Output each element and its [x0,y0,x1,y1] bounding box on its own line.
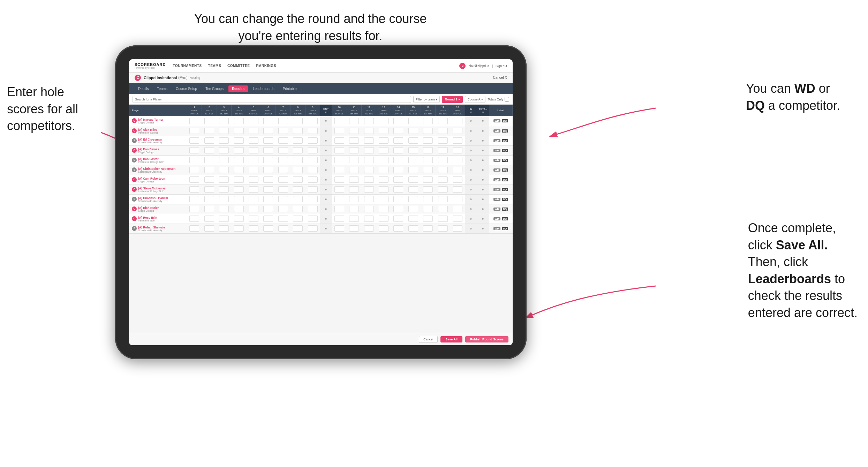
score-input-hole-4[interactable] [234,147,244,153]
tab-details[interactable]: Details [135,85,152,92]
score-input-hole-1[interactable] [189,206,199,212]
wd-button[interactable]: WD [493,227,500,230]
publish-button[interactable]: Publish Round Scores [465,336,508,342]
search-input[interactable] [133,96,411,103]
score-input-hole-3[interactable] [219,196,229,202]
score-input-hole-9[interactable] [308,157,318,163]
score-input-hole-8[interactable] [293,206,303,212]
wd-button[interactable]: WD [493,168,500,172]
score-input-hole-4[interactable] [234,216,244,222]
score-input-hole-16[interactable] [423,118,433,124]
score-input-hole-5[interactable] [249,206,258,212]
score-input-hole-4[interactable] [234,176,244,183]
score-input-hole-3[interactable] [219,216,229,222]
score-input-hole-11[interactable] [349,128,359,134]
tab-leaderboards[interactable]: Leaderboards [249,85,278,92]
score-input-hole-10[interactable] [334,196,344,202]
score-input-hole-6[interactable] [263,128,273,134]
score-input-hole-17[interactable] [438,118,448,124]
score-input-hole-7[interactable] [278,196,288,202]
score-input-hole-3[interactable] [219,176,229,183]
dq-button[interactable]: DQ [502,168,508,172]
score-input-hole-17[interactable] [438,137,448,144]
wd-button[interactable]: WD [493,139,500,142]
score-input-hole-18[interactable] [453,216,462,222]
score-input-hole-3[interactable] [219,167,229,173]
score-input-hole-10[interactable] [334,137,344,144]
score-input-hole-6[interactable] [263,186,273,193]
score-input-hole-11[interactable] [349,157,359,163]
score-input-hole-1[interactable] [189,137,199,144]
score-input-hole-6[interactable] [263,225,273,232]
score-input-hole-1[interactable] [189,186,199,193]
score-input-hole-15[interactable] [408,167,418,173]
score-input-hole-13[interactable] [379,196,388,202]
wd-button[interactable]: WD [493,188,500,191]
course-selector[interactable]: Course A ▾ [465,96,485,103]
cancel-top-button[interactable]: Cancel X [493,76,507,80]
score-input-hole-2[interactable] [204,128,214,134]
score-input-hole-6[interactable] [263,196,273,202]
score-input-hole-12[interactable] [364,176,374,183]
score-input-hole-7[interactable] [278,147,288,153]
score-input-hole-15[interactable] [408,128,418,134]
score-input-hole-14[interactable] [393,196,403,202]
score-input-hole-16[interactable] [423,196,433,202]
score-input-hole-14[interactable] [393,137,403,144]
score-input-hole-8[interactable] [293,137,303,144]
score-input-hole-15[interactable] [408,196,418,202]
dq-button[interactable]: DQ [502,208,508,211]
nav-rankings[interactable]: RANKINGS [256,64,276,68]
score-input-hole-16[interactable] [423,225,433,232]
dq-button[interactable]: DQ [502,139,508,142]
score-input-hole-16[interactable] [423,216,433,222]
score-input-hole-12[interactable] [364,118,374,124]
score-input-hole-9[interactable] [308,147,318,153]
score-input-hole-5[interactable] [249,147,258,153]
cancel-button[interactable]: Cancel [419,336,438,343]
score-input-hole-1[interactable] [189,225,199,232]
wd-button[interactable]: WD [493,149,500,152]
score-input-hole-7[interactable] [278,225,288,232]
score-input-hole-10[interactable] [334,225,344,232]
score-input-hole-8[interactable] [293,128,303,134]
score-input-hole-13[interactable] [379,186,388,193]
score-input-hole-8[interactable] [293,167,303,173]
score-input-hole-13[interactable] [379,118,388,124]
score-input-hole-2[interactable] [204,186,214,193]
score-input-hole-3[interactable] [219,206,229,212]
score-input-hole-4[interactable] [234,186,244,193]
score-input-hole-11[interactable] [349,167,359,173]
score-input-hole-2[interactable] [204,176,214,183]
score-input-hole-12[interactable] [364,167,374,173]
score-input-hole-5[interactable] [249,196,258,202]
score-input-hole-3[interactable] [219,157,229,163]
score-input-hole-17[interactable] [438,167,448,173]
score-input-hole-17[interactable] [438,206,448,212]
score-input-hole-16[interactable] [423,147,433,153]
score-input-hole-11[interactable] [349,147,359,153]
score-input-hole-6[interactable] [263,216,273,222]
score-input-hole-4[interactable] [234,225,244,232]
score-input-hole-10[interactable] [334,167,344,173]
dq-button[interactable]: DQ [502,217,508,220]
score-input-hole-1[interactable] [189,167,199,173]
score-input-hole-10[interactable] [334,216,344,222]
score-input-hole-15[interactable] [408,216,418,222]
score-input-hole-14[interactable] [393,147,403,153]
score-input-hole-17[interactable] [438,196,448,202]
score-input-hole-11[interactable] [349,137,359,144]
score-input-hole-2[interactable] [204,216,214,222]
score-input-hole-7[interactable] [278,176,288,183]
score-input-hole-3[interactable] [219,147,229,153]
score-input-hole-10[interactable] [334,186,344,193]
score-input-hole-10[interactable] [334,128,344,134]
score-input-hole-8[interactable] [293,157,303,163]
score-input-hole-18[interactable] [453,147,462,153]
score-input-hole-12[interactable] [364,216,374,222]
score-input-hole-7[interactable] [278,186,288,193]
score-input-hole-11[interactable] [349,216,359,222]
score-input-hole-3[interactable] [219,118,229,124]
score-input-hole-9[interactable] [308,167,318,173]
score-input-hole-6[interactable] [263,137,273,144]
